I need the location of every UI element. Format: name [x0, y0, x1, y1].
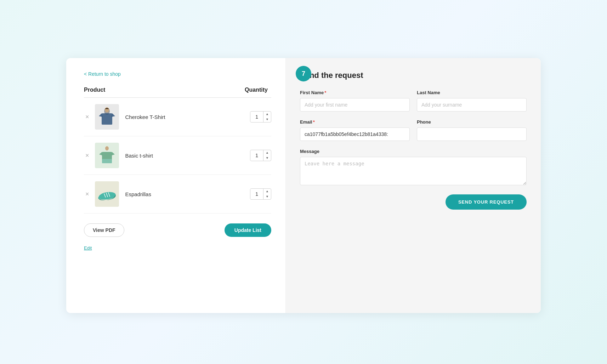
first-name-label: First Name* — [300, 90, 410, 95]
main-card: < Return to shop Product Quantity × — [66, 58, 541, 313]
qty-down-button[interactable]: ▼ — [263, 194, 271, 199]
form-title: Send the request — [300, 71, 527, 80]
email-label: Email* — [300, 119, 410, 125]
message-label: Message — [300, 149, 527, 154]
right-panel: Send the request First Name* Last Name E… — [286, 58, 541, 313]
product-name: Cherokee T-Shirt — [125, 114, 250, 120]
product-image — [95, 104, 119, 130]
page-wrapper: 7 < Return to shop Product Quantity × — [66, 47, 541, 317]
update-list-button[interactable]: Update List — [225, 223, 271, 237]
table-row: × Basic t-shirt — [84, 136, 271, 175]
table-row: × Chero — [84, 98, 271, 136]
last-name-group: Last Name — [417, 90, 527, 112]
phone-input[interactable] — [417, 127, 527, 141]
step-badge: 7 — [296, 66, 311, 81]
required-indicator: * — [324, 90, 326, 95]
qty-arrows: ▲ ▼ — [263, 112, 271, 122]
quantity-input[interactable] — [250, 150, 263, 160]
quantity-input[interactable] — [250, 189, 263, 199]
product-image — [95, 143, 119, 168]
phone-group: Phone — [417, 119, 527, 141]
svg-rect-5 — [102, 159, 112, 163]
first-name-input[interactable] — [300, 98, 410, 112]
product-name: Basic t-shirt — [125, 153, 250, 159]
edit-link[interactable]: Edit — [84, 245, 92, 251]
remove-item-button[interactable]: × — [84, 114, 91, 120]
qty-up-button[interactable]: ▲ — [263, 112, 271, 117]
left-panel: < Return to shop Product Quantity × — [66, 58, 286, 313]
quantity-control: ▲ ▼ — [250, 111, 271, 123]
product-table: Product Quantity × — [84, 87, 271, 214]
qty-up-button[interactable]: ▲ — [263, 189, 271, 194]
qty-arrows: ▲ ▼ — [263, 150, 271, 161]
last-name-label: Last Name — [417, 90, 527, 95]
view-pdf-button[interactable]: View PDF — [84, 223, 124, 237]
email-input[interactable] — [300, 127, 410, 141]
send-request-button[interactable]: SEND YOUR REQUEST — [446, 194, 527, 210]
remove-item-button[interactable]: × — [84, 152, 91, 159]
qty-up-button[interactable]: ▲ — [263, 150, 271, 155]
table-row: × Espadrillas — [84, 175, 271, 214]
form-row-contact: Email* Phone — [300, 119, 527, 141]
submit-row: SEND YOUR REQUEST — [300, 188, 527, 210]
phone-label: Phone — [417, 119, 527, 125]
table-header: Product Quantity — [84, 87, 271, 98]
message-textarea[interactable] — [300, 157, 527, 185]
message-group: Message — [300, 149, 527, 185]
qty-down-button[interactable]: ▼ — [263, 155, 271, 161]
quantity-input[interactable] — [250, 112, 263, 122]
email-group: Email* — [300, 119, 410, 141]
last-name-input[interactable] — [417, 98, 527, 112]
svg-rect-1 — [102, 113, 112, 125]
return-to-shop-link[interactable]: < Return to shop — [84, 71, 121, 77]
product-image — [95, 181, 119, 207]
remove-item-button[interactable]: × — [84, 191, 91, 197]
action-row: View PDF Update List — [84, 223, 271, 237]
col-product-header: Product — [84, 87, 105, 93]
qty-down-button[interactable]: ▼ — [263, 117, 271, 122]
svg-point-3 — [105, 146, 109, 150]
required-indicator: * — [313, 119, 315, 125]
first-name-group: First Name* — [300, 90, 410, 112]
form-row-name: First Name* Last Name — [300, 90, 527, 112]
product-name: Espadrillas — [125, 191, 250, 197]
qty-arrows: ▲ ▼ — [263, 189, 271, 199]
col-quantity-header: Quantity — [245, 87, 268, 93]
quantity-control: ▲ ▼ — [250, 188, 271, 200]
quantity-control: ▲ ▼ — [250, 150, 271, 161]
